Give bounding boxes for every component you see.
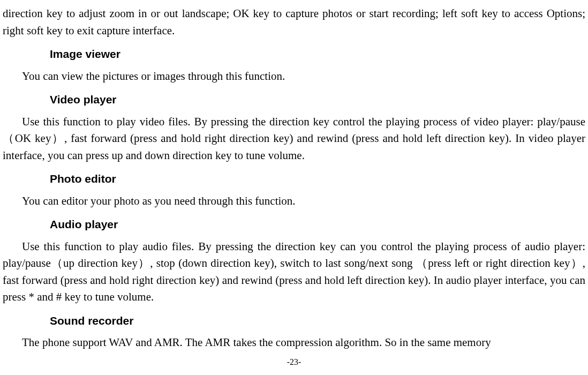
page-number: -23-	[0, 356, 588, 369]
paragraph-intro: direction key to adjust zoom in or out l…	[3, 5, 585, 39]
heading-sound-recorder: Sound recorder	[50, 312, 585, 329]
paragraph-sound-recorder: The phone support WAV and AMR. The AMR t…	[3, 334, 585, 351]
heading-image-viewer: Image viewer	[50, 46, 585, 63]
heading-photo-editor: Photo editor	[50, 170, 585, 188]
heading-video-player: Video player	[50, 91, 585, 108]
paragraph-photo-editor: You can editor your photo as you need th…	[3, 193, 585, 210]
paragraph-audio-player: Use this function to play audio files. B…	[3, 238, 585, 306]
paragraph-image-viewer: You can view the pictures or images thro…	[3, 68, 585, 85]
paragraph-video-player: Use this function to play video files. B…	[3, 114, 585, 164]
heading-audio-player: Audio player	[50, 216, 585, 233]
